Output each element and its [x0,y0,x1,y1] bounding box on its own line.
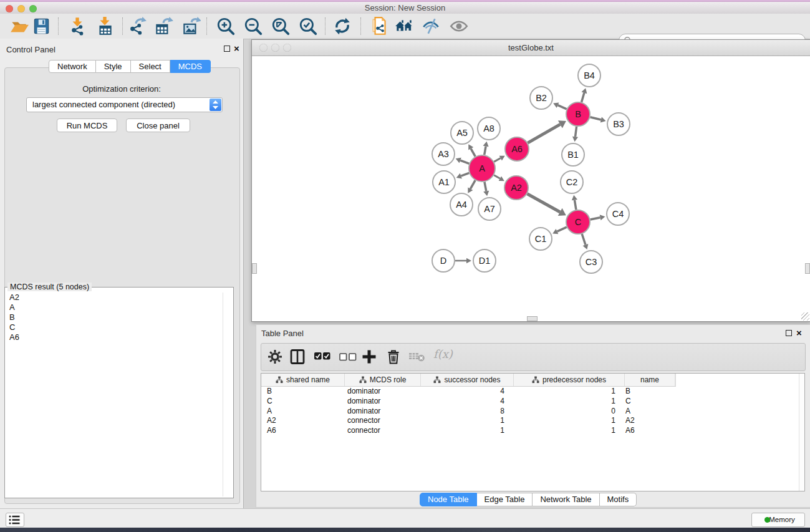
graph-edge[interactable] [528,124,560,143]
column-visibility-button[interactable] [289,349,306,367]
left-scrollbar-thumb[interactable] [252,263,257,274]
graph-edge[interactable] [527,194,560,212]
list-item[interactable]: A6 [6,332,222,342]
resize-grip-icon[interactable] [801,312,809,321]
graph-edge[interactable] [591,218,600,220]
table-row[interactable]: A6connector11A6 [261,426,804,436]
zoom-out-button[interactable] [243,16,263,36]
edge-arrowhead-icon [483,142,489,147]
run-mcds-button[interactable]: Run MCDS [57,118,117,132]
edge-arrowhead-icon [581,88,587,94]
table-row[interactable]: Bdominator41B [261,387,804,397]
delete-column-button[interactable] [385,349,402,367]
tab-select[interactable]: Select [131,60,170,73]
graph-node-label: B3 [613,119,624,129]
graph-edge[interactable] [582,234,586,244]
create-column-button[interactable] [361,349,377,367]
network-graph[interactable]: AA1A2A3A4A5A6A7A8BB1B2B3B4CC1C2C3C4DD1 [252,56,809,321]
list-item[interactable]: A [6,302,222,312]
app-window: Session: New Session [0,0,810,532]
graph-edge[interactable] [582,93,584,102]
home-view-button[interactable] [394,16,414,36]
list-item[interactable]: A2 [6,293,222,302]
table-tabs: Node Table Edge Table Network Table Moti… [420,493,637,506]
mcds-result-scrollbar[interactable] [223,293,233,496]
graph-edge[interactable] [470,180,475,189]
refresh-icon [332,16,352,36]
list-item[interactable]: B [6,312,222,322]
criterion-select[interactable]: largest connected component (directed) [26,97,223,112]
toolbar-separator [325,17,325,35]
graph-edge[interactable] [576,127,577,137]
close-panel-button[interactable]: Close panel [126,118,190,132]
tab-mcds[interactable]: MCDS [170,60,211,73]
zoom-selected-button[interactable] [298,16,318,36]
zoom-fit-button[interactable] [271,16,291,36]
open-session-button[interactable] [9,16,29,36]
export-network-button[interactable] [127,16,147,36]
hide-details-icon [421,16,441,36]
bottom-scrollbar-thumb[interactable] [527,316,538,321]
table-row[interactable]: A2connector11A2 [261,416,804,426]
import-network-button[interactable] [67,16,87,36]
graph-edge[interactable] [460,160,469,163]
graph-edge[interactable] [485,182,486,191]
network-window-title: testGlobe.txt [252,43,810,52]
network-from-file-button[interactable] [370,16,390,36]
export-table-button[interactable] [153,16,173,36]
tab-network-table[interactable]: Network Table [533,493,599,506]
export-image-button[interactable] [181,16,201,36]
column-header[interactable]: shared name [261,374,345,386]
deselect-all-icon [339,353,357,361]
graph-edge[interactable] [590,117,600,120]
float-panel-icon[interactable] [224,46,230,52]
tab-node-table[interactable]: Node Table [420,493,477,506]
gear-button[interactable] [267,349,283,367]
zoom-in-button[interactable] [216,16,236,36]
list-item[interactable]: C [6,322,222,332]
graph-edge[interactable] [461,173,469,176]
graph-edge[interactable] [494,158,501,162]
table-row[interactable]: Adominator80A [261,407,804,417]
task-history-button[interactable] [6,513,24,527]
column-label: successor nodes [444,375,500,384]
toolbar-separator [122,17,123,35]
table-cell: 1 [417,416,509,426]
graph-edge[interactable] [485,147,486,155]
table-cell: C [620,397,671,407]
tab-network[interactable]: Network [49,60,96,73]
table-scrollbar[interactable] [799,374,804,491]
graph-node-label: A3 [438,149,449,159]
hide-graphics-button[interactable] [421,16,441,36]
graph-edge[interactable] [574,200,576,210]
function-builder-button[interactable]: f(x) [433,347,453,360]
table-cell: C [261,397,340,407]
column-header[interactable]: name [625,374,675,386]
right-scrollbar-thumb[interactable] [805,263,810,274]
tab-motifs[interactable]: Motifs [600,493,637,506]
column-header[interactable]: MCDS role [345,374,421,386]
open-folder-icon [9,16,29,36]
show-graphics-button[interactable] [449,16,469,36]
close-panel-icon[interactable]: × [234,46,239,52]
network-window-titlebar[interactable]: testGlobe.txt [252,40,810,56]
save-session-button[interactable] [31,16,51,36]
graph-edge[interactable] [558,105,567,109]
close-table-panel-icon[interactable]: × [796,330,802,336]
refresh-button[interactable] [332,16,352,36]
select-all-button[interactable] [314,352,331,363]
tab-style[interactable]: Style [96,60,131,73]
graph-edge[interactable] [494,175,500,178]
deselect-all-button[interactable] [339,352,357,364]
memory-button[interactable]: Memory [751,513,805,527]
column-header[interactable]: predecessor nodes [514,374,625,386]
graph-edge[interactable] [471,148,475,157]
mcds-result-list: A2ABCA6 [6,293,222,496]
float-table-panel-icon[interactable] [786,330,792,336]
delete-table-button[interactable] [408,352,426,364]
import-table-button[interactable] [95,16,115,36]
column-header[interactable]: successor nodes [421,374,514,386]
tab-edge-table[interactable]: Edge Table [477,493,533,506]
table-row[interactable]: Cdominator41C [261,397,804,407]
graph-edge[interactable] [557,227,566,231]
